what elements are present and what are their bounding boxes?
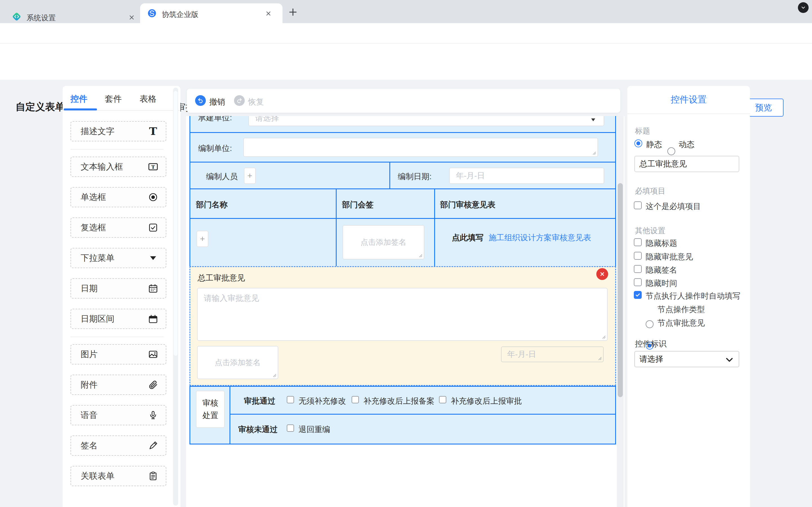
date-input[interactable]: 年-月-日 <box>449 168 604 184</box>
hide-opinion-checkbox[interactable] <box>634 252 642 260</box>
pass-option-checkbox-3[interactable] <box>439 396 446 403</box>
date-label: 编制日期: <box>398 171 432 182</box>
cell-divider <box>434 189 435 218</box>
form-row-contractor: 承建单位: 请选择 <box>190 116 616 133</box>
linked-form-icon <box>148 471 158 482</box>
close-icon[interactable] <box>128 14 135 21</box>
disposal-options-cell: 审批通过 无须补充修改 补充修改后上报备案 补充修改后上报审批 审核未通过 退回… <box>231 387 615 444</box>
form-table: 承建单位: 请选择 编制单位: 编制人员 + 编制日期: <box>190 116 616 445</box>
opinion-signature-box[interactable]: 点击添加签名 <box>197 346 278 379</box>
select-placeholder: 请选择 <box>255 116 279 123</box>
control-id-select[interactable]: 请选择 <box>635 351 739 367</box>
tab-tables[interactable]: 表格 <box>140 93 156 105</box>
app-header: 自定义表单 施工组织设计方案审批 保存 预览 <box>0 43 812 80</box>
staff-label: 编制人员 <box>206 171 238 182</box>
cell-divider <box>434 219 435 266</box>
control-item-signature[interactable]: 签名 <box>70 436 166 456</box>
browser-toolbar: xmgl.glodon.com/project-doc/workbench/xf… <box>0 23 812 44</box>
date-icon <box>148 283 158 294</box>
chevron-down-icon <box>801 5 806 10</box>
input-text-icon: T <box>148 161 158 172</box>
control-item-image[interactable]: 图片 <box>70 344 166 364</box>
canvas-scrollbar-track[interactable] <box>617 116 624 507</box>
pass-option-checkbox-1[interactable] <box>287 396 294 403</box>
tab-kits[interactable]: 套件 <box>105 93 122 105</box>
title-static-radio[interactable] <box>635 139 642 147</box>
undo-icon[interactable] <box>195 95 206 106</box>
canvas-scrollbar-thumb[interactable] <box>618 183 623 397</box>
chevron-down-icon <box>726 357 733 363</box>
tab-controls[interactable]: 控件 <box>70 93 87 105</box>
selected-control-chief-opinion[interactable]: 总工审批意见 请输入审批意见 点击添加签名 年-月-日 <box>190 266 616 386</box>
disposal-label-cell: 审核 处置 <box>190 387 231 444</box>
hide-title-checkbox[interactable] <box>634 238 642 246</box>
redo-label[interactable]: 恢复 <box>248 97 264 107</box>
hide-signature-checkbox[interactable] <box>634 265 642 273</box>
resize-handle-icon[interactable] <box>418 253 423 258</box>
required-checkbox[interactable] <box>634 202 642 209</box>
control-item-linked-form[interactable]: 关联表单 <box>70 466 166 486</box>
disposal-label-box[interactable]: 审核 处置 <box>196 391 225 428</box>
control-item-date-range[interactable]: 日期区间 <box>70 309 166 329</box>
resize-handle-icon[interactable] <box>592 151 596 155</box>
control-item-checkbox[interactable]: 复选框 <box>70 217 166 238</box>
add-dept-button[interactable]: + <box>197 231 208 247</box>
title-dynamic-radio[interactable] <box>667 147 675 155</box>
tab-title: 协筑企业版 <box>162 10 199 19</box>
resize-handle-icon[interactable] <box>598 356 602 360</box>
node-action-type-radio[interactable] <box>646 320 654 328</box>
opinion-date-box[interactable]: 年-月-日 <box>501 346 604 362</box>
control-item-attachment[interactable]: 附件 <box>70 375 166 395</box>
title-dynamic-label[interactable]: 动态 <box>679 139 695 150</box>
contractor-label: 承建单位: <box>198 116 232 123</box>
text-icon: T <box>148 126 158 136</box>
org-textarea[interactable] <box>243 138 598 157</box>
canvas-toolbar: 撤销 恢复 <box>187 89 620 113</box>
title-value-input[interactable]: 总工审批意见 <box>635 156 739 172</box>
checkbox-icon <box>148 222 158 233</box>
control-item-description-text[interactable]: 描述文字 T <box>70 121 166 142</box>
settings-header: 控件设置 <box>627 86 750 114</box>
resize-handle-icon[interactable] <box>601 335 606 339</box>
sidebar-divider <box>70 337 163 337</box>
new-tab-icon[interactable] <box>288 7 298 17</box>
auto-fill-checkbox[interactable] <box>634 291 642 299</box>
close-icon[interactable] <box>265 10 272 17</box>
resize-handle-icon[interactable] <box>272 373 276 378</box>
title-static-label[interactable]: 静态 <box>646 139 662 150</box>
delete-control-button[interactable] <box>596 268 608 280</box>
control-item-voice[interactable]: 语音 <box>70 405 166 425</box>
opinion-textarea[interactable]: 请输入审批意见 <box>197 288 608 341</box>
tab-search-button[interactable] <box>798 2 809 13</box>
control-item-date[interactable]: 日期 <box>70 278 166 298</box>
browser-tab-xiezhu[interactable]: 协筑企业版 <box>140 3 283 23</box>
sidebar-scrollbar-thumb[interactable] <box>174 91 177 356</box>
col-header-dept-review: 部门审核意见表 <box>440 200 495 210</box>
control-item-text-input[interactable]: 文本输入框 T <box>70 157 166 177</box>
hide-time-checkbox[interactable] <box>634 278 642 286</box>
tab-title: 系统设置 <box>27 13 56 23</box>
title-section-label: 标题 <box>635 126 650 136</box>
image-icon <box>148 349 158 360</box>
add-staff-button[interactable]: + <box>244 168 256 184</box>
pass-label: 审批通过 <box>244 396 275 406</box>
col-header-dept-sign: 部门会签 <box>342 200 373 210</box>
dept-review-link[interactable]: 施工组织设计方案审核意见表 <box>489 233 591 242</box>
check-icon <box>635 292 641 298</box>
dept-signature-box[interactable]: 点击添加签名 <box>343 225 424 260</box>
required-checkbox-label[interactable]: 这个是必填项目 <box>646 201 701 212</box>
sidebar-tabbar: 控件 套件 表格 <box>63 86 181 111</box>
undo-label[interactable]: 撤销 <box>209 97 225 107</box>
control-item-dropdown[interactable]: 下拉菜单 <box>70 248 166 268</box>
control-item-radio[interactable]: 单选框 <box>70 187 166 207</box>
browser-tab-system-settings[interactable]: 系统设置 <box>6 3 138 23</box>
redo-icon[interactable] <box>234 95 245 106</box>
fail-option-checkbox-1[interactable] <box>287 425 294 432</box>
disposal-pass-row: 审批通过 无须补充修改 补充修改后上报备案 补充修改后上报审批 <box>231 387 615 414</box>
control-settings-panel: 控件设置 标题 静态 动态 总工审批意见 必填项目 这个是必填项目 其他设置 隐… <box>627 86 750 507</box>
pass-option-checkbox-2[interactable] <box>352 396 359 403</box>
contractor-select[interactable]: 请选择 <box>248 116 604 126</box>
other-section-label: 其他设置 <box>635 226 665 236</box>
sidebar-scrollbar-track[interactable] <box>173 88 178 506</box>
settings-title: 控件设置 <box>671 94 707 106</box>
